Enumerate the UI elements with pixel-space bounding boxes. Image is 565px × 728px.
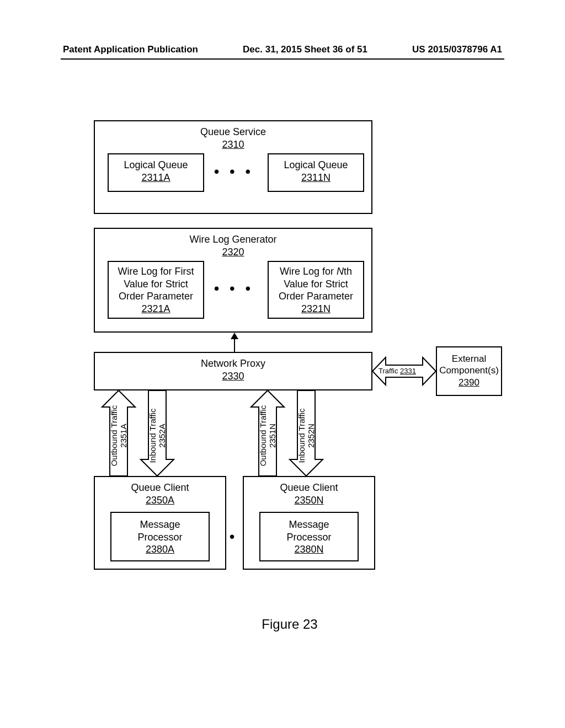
in-a-text: Inbound Traffic bbox=[148, 409, 157, 463]
wla-l3: Order Parameter bbox=[109, 290, 203, 303]
queue-service-ref: 2310 bbox=[95, 138, 371, 151]
queue-service-title: Queue Service bbox=[95, 126, 371, 138]
wln-l1: Wire Log for Nth bbox=[269, 265, 363, 278]
nproxy-title: Network Proxy bbox=[95, 357, 371, 370]
mp-n-ref: 2380N bbox=[260, 543, 358, 556]
inbound-a-label: Inbound Traffic2352A bbox=[148, 400, 167, 472]
mp-n-l2: Processor bbox=[260, 531, 358, 544]
wln-l2: Value for Strict bbox=[269, 278, 363, 291]
qc-a-title: Queue Client bbox=[95, 481, 225, 494]
wln-l1-post: th bbox=[344, 266, 352, 277]
out-a-ref: 2351A bbox=[119, 424, 128, 447]
out-n-ref: 2351N bbox=[268, 424, 277, 448]
header-center: Dec. 31, 2015 Sheet 36 of 51 bbox=[243, 44, 367, 55]
nproxy-ref: 2330 bbox=[95, 370, 371, 383]
in-a-ref: 2352A bbox=[157, 424, 167, 447]
ellipsis-icon: • • • bbox=[214, 163, 254, 180]
figure-caption: Figure 23 bbox=[77, 617, 502, 632]
logical-queue-a-ref: 2311A bbox=[109, 172, 203, 184]
outbound-n-label: Outbound Traffic2351N bbox=[258, 400, 277, 472]
logical-queue-n-title: Logical Queue bbox=[269, 159, 363, 172]
wln-l3: Order Parameter bbox=[269, 290, 363, 303]
wla-l1: Wire Log for First bbox=[109, 265, 203, 278]
inbound-n-label: Inbound Traffic2352N bbox=[297, 400, 316, 472]
out-a-text: Outbound Traffic bbox=[109, 405, 119, 467]
wire-log-n-box: Wire Log for Nth Value for Strict Order … bbox=[268, 261, 364, 319]
logical-queue-a-box: Logical Queue 2311A bbox=[108, 153, 204, 192]
wla-l2: Value for Strict bbox=[109, 278, 203, 291]
external-l2: Component(s) bbox=[437, 365, 501, 376]
qc-n-title: Queue Client bbox=[244, 481, 374, 494]
wlg-ref: 2320 bbox=[95, 246, 371, 259]
wln-l1-em: N bbox=[337, 266, 344, 277]
external-components-box: External Component(s) 2390 bbox=[436, 346, 502, 396]
traffic-ref: 2331 bbox=[400, 367, 416, 375]
qc-n-ref: 2350N bbox=[244, 494, 374, 507]
wla-ref: 2321A bbox=[109, 303, 203, 315]
header-right: US 2015/0378796 A1 bbox=[412, 44, 502, 55]
mp-a-l2: Processor bbox=[111, 531, 209, 544]
network-proxy-box: Network Proxy 2330 bbox=[94, 352, 372, 390]
mp-n-l1: Message bbox=[260, 518, 358, 531]
wln-l1-pre: Wire Log for bbox=[280, 266, 337, 277]
arrow-up-icon bbox=[229, 333, 240, 352]
svg-marker-1 bbox=[231, 333, 238, 339]
patent-page: Patent Application Publication Dec. 31, … bbox=[0, 0, 565, 728]
logical-queue-n-ref: 2311N bbox=[269, 172, 363, 184]
wlg-title: Wire Log Generator bbox=[95, 233, 371, 246]
qc-a-ref: 2350A bbox=[95, 494, 225, 507]
wire-log-a-box: Wire Log for First Value for Strict Orde… bbox=[108, 261, 204, 319]
header-left: Patent Application Publication bbox=[63, 44, 198, 55]
message-processor-n-box: Message Processor 2380N bbox=[259, 512, 359, 561]
traffic-label: Traffic 2331 bbox=[379, 367, 416, 375]
ellipsis-icon: • • • bbox=[214, 280, 254, 297]
external-l1: External bbox=[437, 353, 501, 365]
message-processor-a-box: Message Processor 2380A bbox=[110, 512, 210, 561]
mp-a-ref: 2380A bbox=[111, 543, 209, 556]
page-header: Patent Application Publication Dec. 31, … bbox=[61, 44, 504, 57]
traffic-text: Traffic bbox=[379, 367, 400, 375]
mp-a-l1: Message bbox=[111, 518, 209, 531]
logical-queue-n-box: Logical Queue 2311N bbox=[268, 153, 364, 192]
outbound-a-label: Outbound Traffic2351A bbox=[109, 400, 128, 472]
external-ref: 2390 bbox=[437, 377, 501, 388]
wln-ref: 2321N bbox=[269, 303, 363, 315]
logical-queue-a-title: Logical Queue bbox=[109, 159, 203, 172]
in-n-ref: 2352N bbox=[306, 424, 316, 448]
figure-diagram: Queue Service 2310 Logical Queue 2311A •… bbox=[77, 120, 502, 572]
header-rule bbox=[61, 58, 504, 60]
out-n-text: Outbound Traffic bbox=[258, 405, 268, 467]
in-n-text: Inbound Traffic bbox=[297, 409, 306, 463]
